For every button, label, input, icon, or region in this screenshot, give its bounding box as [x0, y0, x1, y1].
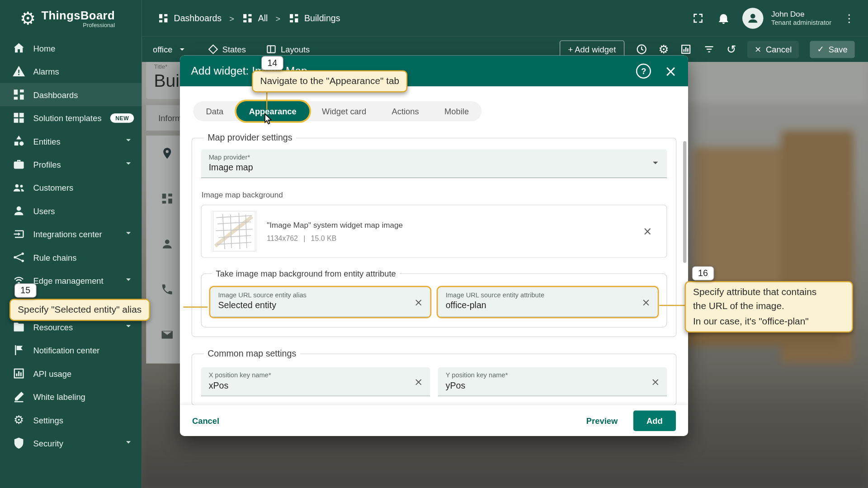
sidebar-item-settings[interactable]: ⚙ Settings: [0, 408, 142, 432]
breadcrumb-buildings[interactable]: Buildings: [288, 13, 340, 23]
fullscreen-icon[interactable]: [692, 12, 705, 25]
breadcrumb-all[interactable]: All: [242, 13, 268, 23]
step-15-connector: [183, 306, 208, 307]
x-position-key-field[interactable]: X position key name* xPos ×: [201, 367, 430, 396]
step-16-badge: 16: [692, 266, 714, 281]
entities-icon: [12, 135, 25, 148]
layouts-icon: [266, 44, 277, 55]
common-map-settings-group: Common map settings X position key name*…: [192, 348, 677, 405]
breadcrumb-dashboards[interactable]: Dashboards: [158, 13, 222, 23]
step-16-connector: [659, 305, 684, 306]
templates-icon: [12, 111, 25, 124]
sidebar: ⚙ ThingsBoard Professional Home Alarms D…: [0, 0, 142, 488]
save-button[interactable]: ✓ Save: [810, 41, 855, 58]
clear-icon[interactable]: ×: [414, 376, 423, 387]
clear-icon[interactable]: ×: [651, 376, 660, 387]
tab-data[interactable]: Data: [193, 101, 236, 121]
notifications-bell-icon[interactable]: [717, 12, 730, 25]
clear-icon[interactable]: ×: [642, 296, 650, 307]
image-map-background-label: Image map background: [202, 190, 667, 199]
preview-button[interactable]: Preview: [586, 416, 618, 425]
states-button[interactable]: States: [208, 44, 246, 55]
sidebar-item-profiles[interactable]: Profiles: [0, 153, 142, 176]
app-root: Title* Bui Inform ⚙ ThingsBoard Professi…: [0, 0, 868, 488]
kebab-menu-icon[interactable]: ⋮: [844, 13, 854, 23]
alias-field-highlight: Image URL source entity alias Selected e…: [209, 286, 431, 318]
clear-icon[interactable]: ×: [414, 296, 423, 307]
add-widget-dialog: Add widget: Image Map ? × Data Appearanc…: [180, 55, 688, 436]
breadcrumb-label: All: [258, 13, 268, 23]
rule-chain-icon: [12, 251, 25, 264]
sidebar-nav: Home Alarms Dashboards Solution template…: [0, 37, 142, 455]
field-label: X position key name*: [209, 371, 407, 379]
folder-icon: [12, 320, 25, 333]
sidebar-item-security[interactable]: Security: [0, 432, 142, 455]
sidebar-item-white-labeling[interactable]: White labeling: [0, 385, 142, 408]
dialog-scrollbar[interactable]: [683, 141, 686, 263]
layouts-label: Layouts: [281, 45, 310, 54]
dialog-footer: Cancel Preview Add: [180, 405, 688, 436]
sidebar-item-alarms[interactable]: Alarms: [0, 60, 142, 83]
integration-icon: [12, 227, 25, 240]
step-15-callout: Specify "Selected entity" alias: [9, 299, 150, 321]
avatar[interactable]: [742, 8, 764, 29]
tab-actions[interactable]: Actions: [379, 101, 432, 121]
image-size: 15.0 KB: [311, 234, 337, 242]
step-14-badge: 14: [261, 56, 283, 70]
field-label: Map provider*: [209, 153, 644, 161]
sidebar-item-solution-templates[interactable]: Solution templates NEW: [0, 106, 142, 129]
remove-image-icon[interactable]: ×: [643, 226, 652, 237]
tab-mobile[interactable]: Mobile: [432, 101, 481, 121]
sidebar-item-api-usage[interactable]: API usage: [0, 362, 142, 385]
dialog-cancel-button[interactable]: Cancel: [192, 416, 219, 425]
grid-icon: [288, 13, 299, 23]
version-history-icon[interactable]: ↺: [726, 43, 736, 55]
sidebar-item-rule-chains[interactable]: Rule chains: [0, 246, 142, 269]
sidebar-item-users[interactable]: Users: [0, 199, 142, 222]
dashboard-select[interactable]: office: [153, 44, 188, 55]
sidebar-item-home[interactable]: Home: [0, 37, 142, 60]
close-icon[interactable]: ×: [665, 63, 677, 78]
logo-title: ThingsBoard: [41, 9, 115, 22]
sidebar-item-label: Integrations center: [33, 230, 123, 239]
entity-aliases-icon[interactable]: [680, 43, 692, 56]
cancel-label: Cancel: [766, 45, 792, 54]
breadcrumb-label: Buildings: [304, 13, 340, 23]
save-label: Save: [829, 45, 848, 54]
cancel-edit-button[interactable]: × Cancel: [747, 41, 799, 58]
image-url-alias-field[interactable]: Image URL source entity alias Selected e…: [210, 287, 430, 317]
help-icon[interactable]: ?: [636, 63, 651, 78]
step-14-callout: Navigate to the "Appearance" tab: [252, 70, 407, 93]
caret-down-icon[interactable]: [649, 156, 661, 171]
layouts-button[interactable]: Layouts: [266, 44, 310, 55]
sidebar-item-label: API usage: [33, 369, 134, 378]
sidebar-item-customers[interactable]: Customers: [0, 176, 142, 199]
sidebar-item-label: Solution templates: [33, 113, 110, 122]
sidebar-item-notification-center[interactable]: Notification center: [0, 338, 142, 361]
field-value: Selected entity: [218, 300, 407, 310]
user-name: John Doe: [771, 9, 831, 19]
y-position-key-field[interactable]: Y position key name* yPos ×: [438, 367, 667, 396]
timewindow-clock-icon[interactable]: [635, 43, 647, 56]
sidebar-item-integrations-center[interactable]: Integrations center: [0, 222, 142, 245]
chevron-down-icon: [123, 135, 134, 148]
common-map-settings-legend: Common map settings: [204, 348, 300, 358]
sidebar-item-dashboards[interactable]: Dashboards: [0, 83, 142, 106]
logo[interactable]: ⚙ ThingsBoard Professional: [0, 0, 142, 37]
briefcase-icon: [12, 158, 25, 171]
add-button[interactable]: Add: [633, 410, 676, 431]
tab-widget-card[interactable]: Widget card: [309, 101, 379, 121]
dashboard-settings-gear-icon[interactable]: ⚙: [659, 43, 669, 55]
person-icon: [12, 204, 25, 217]
filters-icon[interactable]: [703, 43, 716, 56]
sidebar-item-label: Edge management: [33, 276, 123, 285]
field-label: Image URL source entity attribute: [446, 291, 635, 299]
step-16-callout: Specify attribute that contains the URL …: [685, 281, 853, 333]
entity-attribute-legend: Take image map background from entity at…: [212, 269, 400, 278]
chevron-down-icon: [123, 436, 134, 450]
image-url-attribute-field[interactable]: Image URL source entity attribute office…: [438, 287, 658, 317]
sidebar-item-entities[interactable]: Entities: [0, 130, 142, 153]
logo-gear-icon: ⚙: [20, 9, 36, 27]
dialog-tabs: Data Appearance Widget card Actions Mobi…: [193, 101, 481, 121]
map-provider-select[interactable]: Map provider* Image map: [201, 150, 667, 178]
